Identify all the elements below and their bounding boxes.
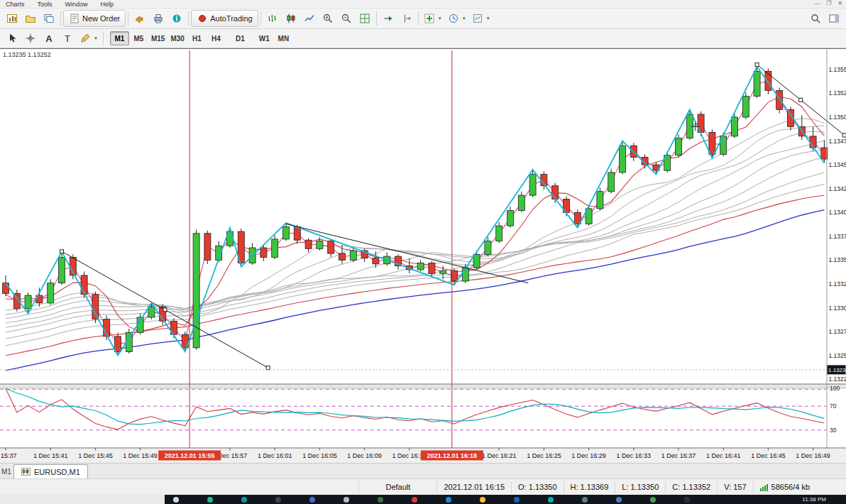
auto-scroll-button[interactable] bbox=[379, 10, 397, 27]
tile-windows-button[interactable] bbox=[356, 10, 374, 27]
trendline-handle bbox=[799, 98, 803, 102]
line-icon bbox=[304, 13, 315, 24]
down-candle bbox=[429, 263, 435, 274]
about-info-button[interactable] bbox=[167, 10, 186, 27]
profiles-button[interactable] bbox=[21, 10, 40, 27]
menu-window[interactable]: Window bbox=[65, 1, 88, 8]
taskbar-app-icon[interactable] bbox=[378, 497, 383, 503]
svg-text:T: T bbox=[65, 33, 70, 44]
time-axis-label: 1 Dec 16:29 bbox=[571, 452, 606, 459]
new-chart-button[interactable] bbox=[3, 10, 21, 27]
toolbar-separator bbox=[60, 11, 61, 26]
taskbar-app-icon[interactable] bbox=[514, 497, 520, 503]
open-value: O: 1.13350 bbox=[518, 483, 556, 491]
indicators-button[interactable]: ▼ bbox=[421, 10, 445, 27]
menu-help[interactable]: Help bbox=[101, 1, 114, 8]
down-candle bbox=[92, 295, 99, 319]
close-button[interactable]: ✕ bbox=[837, 0, 842, 6]
taskbar-app-icon[interactable] bbox=[548, 497, 554, 503]
taskbar-app-icon[interactable] bbox=[412, 497, 417, 503]
crosshair-button[interactable] bbox=[21, 30, 40, 47]
line-tools-button[interactable]: ▼ bbox=[77, 30, 101, 47]
restore-button[interactable]: ❐ bbox=[826, 0, 831, 6]
windows-taskbar: 11:38 PM bbox=[0, 495, 846, 504]
taskbar-app-icon[interactable] bbox=[582, 497, 588, 503]
zoom-in-button[interactable] bbox=[319, 10, 337, 27]
market-watch-button[interactable] bbox=[40, 10, 58, 27]
templates-button[interactable]: ▼ bbox=[469, 10, 493, 27]
timeframe-w1-button[interactable]: W1 bbox=[255, 31, 274, 45]
bid-price-label: 1.13235 bbox=[828, 367, 846, 373]
info-icon bbox=[171, 13, 182, 24]
price-axis-label: 1.13225 bbox=[829, 376, 846, 383]
taskbar-app-icon[interactable] bbox=[207, 497, 213, 503]
taskbar-app-icon[interactable] bbox=[344, 497, 349, 503]
autotrading-icon bbox=[197, 13, 208, 24]
timeframe-bar: M1M5M15M30H1H4D1W1MN bbox=[110, 31, 293, 45]
up-candle bbox=[473, 254, 480, 268]
search-button[interactable] bbox=[806, 10, 825, 27]
indicators-icon bbox=[424, 13, 435, 24]
status-profile[interactable]: Default bbox=[358, 481, 436, 493]
up-candle bbox=[608, 172, 615, 192]
taskbar-app-icon[interactable] bbox=[275, 497, 281, 503]
menu-tools[interactable]: Tools bbox=[38, 1, 53, 8]
down-candle bbox=[3, 283, 9, 294]
status-candle-time: 2021.12.01 16:15 bbox=[436, 481, 511, 493]
up-candle bbox=[529, 175, 536, 196]
new-order-button[interactable]: New Order bbox=[63, 10, 126, 27]
autotrading-button[interactable]: AutoTrading bbox=[191, 10, 258, 27]
timeframe-h4-button[interactable]: H4 bbox=[207, 31, 226, 45]
timeframe-m5-button[interactable]: M5 bbox=[129, 31, 148, 45]
candlestick-mode-button[interactable] bbox=[282, 10, 300, 27]
clock-icon bbox=[448, 13, 459, 24]
tab-eurusd-m1[interactable]: EURUSD,M1 bbox=[13, 464, 88, 478]
trendline-handle bbox=[266, 366, 270, 370]
status-volume: V: 157 bbox=[717, 481, 752, 493]
text-label-button[interactable]: A bbox=[40, 30, 58, 47]
toolbar-separator bbox=[418, 11, 419, 26]
taskbar-app-icon[interactable] bbox=[173, 497, 179, 503]
price-chart-canvas[interactable]: 1.135501.135251.135001.134751.134501.134… bbox=[0, 48, 846, 463]
price-axis-label: 1.13300 bbox=[829, 305, 846, 312]
timeframe-m1-button[interactable]: M1 bbox=[110, 31, 129, 45]
taskbar-app-icon[interactable] bbox=[684, 497, 690, 503]
zoom-out-button[interactable] bbox=[337, 10, 356, 27]
price-axis-label: 1.13375 bbox=[829, 233, 846, 240]
timeframe-m15-button[interactable]: M15 bbox=[148, 31, 167, 45]
taskbar-app-icon[interactable] bbox=[446, 497, 451, 503]
taskbar-app-icon[interactable] bbox=[650, 497, 656, 503]
pane-splitter[interactable] bbox=[0, 384, 846, 388]
line-chart-mode-button[interactable] bbox=[300, 10, 319, 27]
down-candle bbox=[81, 275, 87, 295]
chart-shift-button[interactable] bbox=[397, 10, 416, 27]
timeframe-m30-button[interactable]: M30 bbox=[167, 31, 187, 45]
toolbar-separator bbox=[260, 11, 261, 26]
shape-tools-button[interactable]: T bbox=[58, 30, 77, 47]
cursor-button[interactable] bbox=[3, 30, 21, 47]
clipped-tab[interactable]: M1 bbox=[1, 468, 11, 478]
taskbar-app-icon[interactable] bbox=[241, 497, 247, 503]
time-axis-label: 1 Dec 15:45 bbox=[78, 452, 113, 459]
bar-chart-mode-button[interactable] bbox=[263, 10, 282, 27]
taskbar-app-icon[interactable] bbox=[480, 497, 485, 503]
bars-icon bbox=[267, 13, 278, 24]
price-axis-label: 1.13400 bbox=[829, 209, 846, 216]
timeframe-d1-button[interactable]: D1 bbox=[231, 31, 250, 45]
expert-advisors-button[interactable] bbox=[131, 10, 149, 27]
profile-name: Default bbox=[385, 483, 410, 491]
timeframe-h1-button[interactable]: H1 bbox=[187, 31, 207, 45]
tile-icon bbox=[359, 13, 370, 24]
chart-tab-bar: M1 EURUSD,M1 bbox=[0, 463, 846, 478]
taskbar-app-icon[interactable] bbox=[309, 497, 315, 503]
timeframe-mn-button[interactable]: MN bbox=[274, 31, 293, 45]
minimize-button[interactable]: — bbox=[814, 0, 820, 6]
print-button[interactable] bbox=[149, 10, 167, 27]
data-window-button[interactable] bbox=[825, 10, 843, 27]
up-candle bbox=[272, 239, 278, 258]
periods-button[interactable]: ▼ bbox=[445, 10, 469, 27]
connection-speed: 58656/4 kb bbox=[771, 483, 810, 491]
price-axis-label: 1.13350 bbox=[829, 256, 846, 263]
menu-charts[interactable]: Charts bbox=[6, 1, 25, 8]
taskbar-app-icon[interactable] bbox=[616, 497, 622, 503]
